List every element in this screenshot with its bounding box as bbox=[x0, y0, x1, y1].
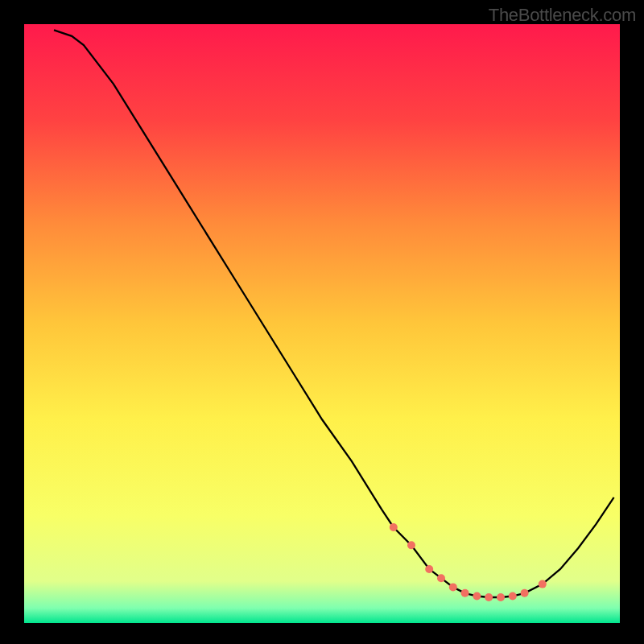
marker-dot bbox=[461, 589, 469, 597]
plot-svg bbox=[24, 24, 620, 623]
marker-dot bbox=[407, 541, 415, 549]
marker-dot bbox=[509, 592, 517, 601]
plot-area bbox=[24, 24, 620, 623]
gradient-bg bbox=[24, 24, 620, 623]
marker-dot bbox=[449, 583, 457, 591]
chart-frame: TheBottleneck.com bbox=[0, 0, 644, 644]
marker-dot bbox=[437, 574, 445, 582]
marker-dot bbox=[497, 593, 505, 601]
marker-dot bbox=[390, 523, 398, 531]
marker-dot bbox=[425, 565, 433, 573]
marker-dot bbox=[539, 580, 547, 588]
marker-dot bbox=[521, 589, 529, 597]
marker-dot bbox=[485, 593, 493, 601]
watermark-text: TheBottleneck.com bbox=[489, 5, 636, 26]
marker-dot bbox=[473, 592, 481, 601]
